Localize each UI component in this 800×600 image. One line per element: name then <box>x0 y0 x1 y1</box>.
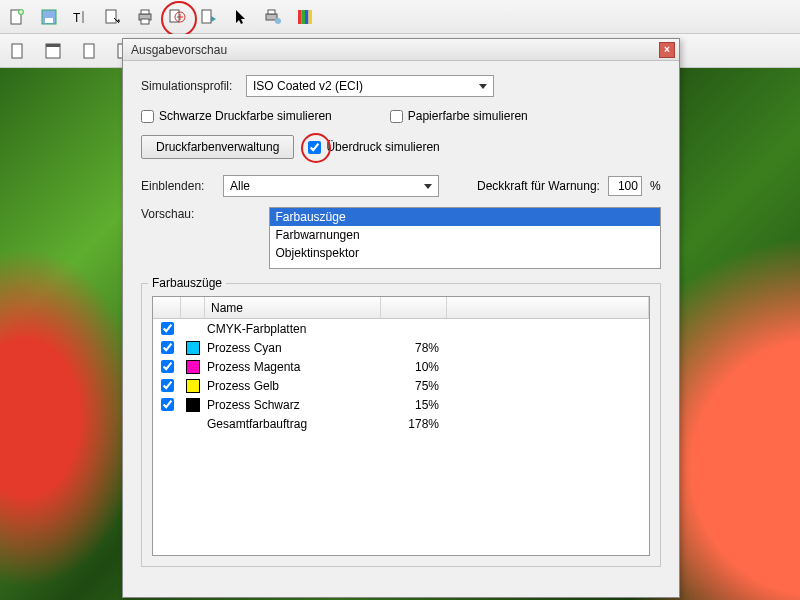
dialog-titlebar: Ausgabevorschau × <box>123 39 679 61</box>
svg-rect-5 <box>106 10 116 23</box>
table-row: Prozess Cyan78% <box>153 338 649 357</box>
output-preview-dialog: Ausgabevorschau × Simulationsprofil: ISO… <box>122 38 680 598</box>
row-checkbox[interactable] <box>161 360 174 373</box>
row-percent: 10% <box>381 360 447 374</box>
page-blank-icon[interactable] <box>78 40 100 62</box>
save-variant-icon[interactable] <box>42 40 64 62</box>
simulate-overprint-checkbox[interactable]: Überdruck simulieren <box>308 140 439 154</box>
svg-rect-12 <box>266 14 277 20</box>
simulate-black-checkbox[interactable]: Schwarze Druckfarbe simulieren <box>141 109 332 123</box>
svg-rect-16 <box>302 10 306 24</box>
svg-rect-11 <box>202 10 211 23</box>
svg-point-10 <box>175 12 185 22</box>
preview-listbox[interactable]: Farbauszüge Farbwarnungen Objektinspekto… <box>269 207 661 269</box>
list-item[interactable]: Farbauszüge <box>270 208 660 226</box>
list-item[interactable]: Objektinspektor <box>270 244 660 262</box>
svg-rect-13 <box>268 10 275 14</box>
svg-rect-22 <box>84 44 94 58</box>
opacity-field[interactable] <box>608 176 642 196</box>
svg-rect-15 <box>298 10 302 24</box>
table-row: CMYK-Farbplatten <box>153 319 649 338</box>
separations-group: Farbauszüge Name CMYK-FarbplattenProzess… <box>141 283 661 567</box>
row-checkbox[interactable] <box>161 322 174 335</box>
row-name: Prozess Magenta <box>205 360 381 374</box>
row-name: Gesamtfarbauftrag <box>205 417 381 431</box>
close-icon[interactable]: × <box>659 42 675 58</box>
row-checkbox[interactable] <box>161 379 174 392</box>
opacity-unit: % <box>650 179 661 193</box>
text-select-icon[interactable] <box>102 6 124 28</box>
text-tool-icon[interactable]: T <box>70 6 92 28</box>
row-percent: 178% <box>381 417 447 431</box>
show-label: Einblenden: <box>141 179 209 193</box>
row-percent: 15% <box>381 398 447 412</box>
svg-rect-7 <box>141 10 149 14</box>
svg-text:T: T <box>73 11 81 25</box>
svg-rect-9 <box>170 10 179 22</box>
main-toolbar: T <box>0 0 800 34</box>
opacity-label: Deckkraft für Warnung: <box>477 179 600 193</box>
row-name: CMYK-Farbplatten <box>205 322 381 336</box>
simprofile-combo[interactable]: ISO Coated v2 (ECI) <box>246 75 494 97</box>
save-icon[interactable] <box>38 6 60 28</box>
list-item[interactable]: Farbwarnungen <box>270 226 660 244</box>
color-swatch <box>186 379 200 393</box>
ink-manager-button[interactable]: Druckfarbenverwaltung <box>141 135 294 159</box>
table-row: Gesamtfarbauftrag178% <box>153 414 649 433</box>
row-name: Prozess Gelb <box>205 379 381 393</box>
color-swatch <box>186 360 200 374</box>
separations-table: Name CMYK-FarbplattenProzess Cyan78%Proz… <box>152 296 650 556</box>
svg-point-14 <box>275 18 281 24</box>
svg-rect-19 <box>12 44 22 58</box>
color-swatch <box>186 341 200 355</box>
dialog-title: Ausgabevorschau <box>131 43 227 57</box>
color-swatch <box>186 398 200 412</box>
column-name: Name <box>205 297 381 318</box>
svg-rect-21 <box>46 44 60 47</box>
show-combo[interactable]: Alle <box>223 175 439 197</box>
simulate-paper-checkbox[interactable]: Papierfarbe simulieren <box>390 109 528 123</box>
page-icon[interactable] <box>6 40 28 62</box>
pointer-icon[interactable] <box>230 6 252 28</box>
output-preview-icon[interactable] <box>166 6 188 28</box>
separations-legend: Farbauszüge <box>148 276 226 290</box>
row-percent: 78% <box>381 341 447 355</box>
preview-label: Vorschau: <box>141 207 201 221</box>
row-percent: 75% <box>381 379 447 393</box>
simprofile-label: Simulationsprofil: <box>141 79 246 93</box>
print-icon[interactable] <box>134 6 156 28</box>
new-page-icon[interactable] <box>6 6 28 28</box>
page-export-icon[interactable] <box>198 6 220 28</box>
color-bars-icon[interactable] <box>294 6 316 28</box>
table-row: Prozess Magenta10% <box>153 357 649 376</box>
svg-rect-17 <box>305 10 309 24</box>
svg-rect-8 <box>141 19 149 24</box>
table-row: Prozess Gelb75% <box>153 376 649 395</box>
row-checkbox[interactable] <box>161 398 174 411</box>
row-name: Prozess Schwarz <box>205 398 381 412</box>
print-graphic-icon[interactable] <box>262 6 284 28</box>
row-checkbox[interactable] <box>161 341 174 354</box>
svg-rect-3 <box>45 18 53 23</box>
svg-rect-18 <box>309 10 313 24</box>
table-row: Prozess Schwarz15% <box>153 395 649 414</box>
row-name: Prozess Cyan <box>205 341 381 355</box>
